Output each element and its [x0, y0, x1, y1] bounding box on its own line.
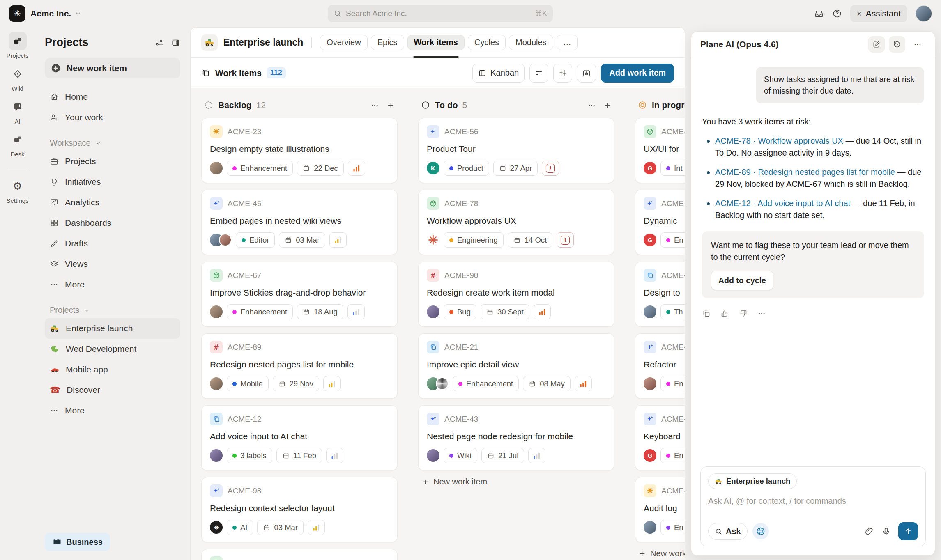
label-pill[interactable]: En — [660, 520, 685, 535]
column-new-work-item-button[interactable]: New work item — [418, 470, 614, 493]
label-pill[interactable]: Mobile — [227, 376, 269, 391]
label-pill[interactable]: Enhancement — [453, 376, 519, 391]
priority-badge-low[interactable] — [326, 448, 343, 463]
label-pill[interactable]: Enhancement — [227, 304, 293, 319]
label-pill[interactable]: Int — [660, 161, 685, 176]
copy-icon[interactable] — [702, 309, 711, 318]
tab-work-items[interactable]: Work items — [407, 28, 465, 57]
work-item-card[interactable]: ACME-43 Nested page node redesign for mo… — [418, 405, 614, 470]
work-item-card[interactable]: ACME-98 Redesign context selector layout… — [201, 477, 398, 542]
work-item-card[interactable]: ☀ ACME- Audit log En — [635, 477, 685, 542]
ai-input-box[interactable]: Enterprise launch Ask AI, @ for context,… — [700, 466, 926, 546]
workspace-section-toggle[interactable]: Workspace — [45, 138, 180, 148]
chat-history-button[interactable] — [889, 36, 905, 53]
priority-badge-medium[interactable] — [329, 232, 347, 248]
tab-modules[interactable]: Modules — [509, 28, 553, 57]
work-item-card[interactable]: ACME-12 Add voice input to AI chat 3 lab… — [201, 405, 398, 470]
work-item-card[interactable]: ACME- Refactor En — [635, 333, 685, 399]
work-item-card[interactable]: ACME-67 Improve Stickies drag-and-drop b… — [201, 262, 398, 327]
priority-badge-low[interactable] — [347, 304, 365, 319]
label-pill[interactable]: Th — [660, 304, 685, 319]
work-item-link[interactable]: ACME-89 · Redesign nested pages list for… — [715, 168, 895, 177]
label-pill[interactable]: En — [660, 232, 685, 248]
sort-button[interactable] — [529, 64, 548, 83]
work-item-card[interactable]: ACME-76 — [201, 549, 398, 560]
label-pill[interactable]: Engineering — [444, 232, 504, 248]
project-item-mobile-app[interactable]: Mobile app — [45, 359, 180, 380]
column-add-icon[interactable] — [603, 101, 612, 110]
tab-epics[interactable]: Epics — [371, 28, 404, 57]
add-to-cycle-button[interactable]: Add to cycle — [711, 271, 773, 290]
new-work-item-button[interactable]: New work item — [45, 58, 180, 78]
thumbs-up-icon[interactable] — [720, 309, 729, 318]
work-item-card[interactable]: ACME-21 Improve epic detail view Enhance… — [418, 333, 614, 399]
priority-badge-low[interactable] — [528, 448, 545, 463]
priority-badge-high[interactable] — [534, 304, 551, 319]
workspace-item-views[interactable]: Views — [45, 254, 180, 274]
sidebar-item-home[interactable]: Home — [45, 87, 180, 107]
rail-item-desk[interactable]: Desk — [2, 131, 34, 158]
thumbs-down-icon[interactable] — [739, 309, 748, 318]
help-icon[interactable] — [832, 9, 842, 18]
user-avatar[interactable] — [916, 5, 932, 22]
tab-overview[interactable]: Overview — [320, 28, 367, 57]
microphone-icon[interactable] — [881, 527, 891, 536]
label-pill[interactable]: Bug — [444, 304, 476, 319]
column-new-work-item-button[interactable]: New work — [635, 542, 685, 560]
priority-badge-high[interactable] — [575, 376, 592, 391]
ask-mode-button[interactable]: Ask — [708, 523, 748, 540]
urgent-priority-badge[interactable]: ! — [542, 161, 559, 176]
plan-badge[interactable]: Business — [45, 533, 110, 551]
label-pill[interactable]: AI — [227, 520, 253, 535]
due-date-pill[interactable]: 27 Apr — [493, 161, 538, 176]
priority-badge-high[interactable] — [348, 161, 365, 176]
project-item-wed-development[interactable]: Wed Development — [45, 339, 180, 359]
label-pill[interactable]: Product — [444, 161, 489, 176]
label-pill[interactable]: 3 labels — [227, 448, 272, 463]
projects-section-toggle[interactable]: Projects — [45, 305, 180, 315]
urgent-priority-badge[interactable]: ! — [557, 232, 574, 248]
work-item-card[interactable]: # ACME-90 Redesign create work item moda… — [418, 262, 614, 327]
work-item-card[interactable]: ACME- Design to Th — [635, 262, 685, 327]
ai-more-button[interactable] — [909, 36, 926, 53]
workspace-item-drafts[interactable]: Drafts — [45, 233, 180, 254]
priority-badge-medium[interactable] — [308, 520, 325, 535]
work-item-card[interactable]: ACME-78 Workflow approvals UX ✳ Engineer… — [418, 190, 614, 255]
layout-switcher-button[interactable]: Kanban — [472, 64, 525, 83]
due-date-pill[interactable]: 30 Sept — [481, 304, 529, 319]
work-item-card[interactable]: ☀ ACME-23 Design empty state illustratio… — [201, 118, 398, 183]
more-actions-icon[interactable] — [757, 309, 766, 318]
workspace-logo[interactable]: ✳ — [9, 5, 25, 22]
priority-badge-medium[interactable] — [323, 376, 341, 391]
workspace-name[interactable]: Acme Inc. — [30, 9, 71, 18]
column-more-icon[interactable] — [587, 101, 596, 110]
search-input[interactable]: Search Acme Inc. ⌘K — [328, 5, 553, 22]
column-add-icon[interactable] — [387, 101, 395, 110]
project-item-enterprise-launch[interactable]: Enterprise launch — [45, 318, 180, 339]
inbox-icon[interactable] — [814, 9, 824, 18]
add-work-item-button[interactable]: Add work item — [601, 64, 674, 83]
due-date-pill[interactable]: 18 Aug — [297, 304, 343, 319]
label-pill[interactable]: Wiki — [444, 448, 477, 463]
web-search-button[interactable] — [752, 523, 769, 539]
tab-…[interactable]: … — [557, 28, 578, 57]
chevron-down-icon[interactable] — [74, 10, 82, 17]
rail-item-settings[interactable]: ⚙ Settings — [2, 177, 34, 204]
label-pill[interactable]: Editor — [236, 232, 275, 248]
workspace-item-initiatives[interactable]: Initiatives — [45, 172, 180, 192]
due-date-pill[interactable]: 08 May — [523, 376, 571, 391]
work-item-link[interactable]: ACME-12 · Add voice input to AI chat — [715, 199, 850, 208]
project-item-more[interactable]: More — [45, 400, 180, 421]
due-date-pill[interactable]: 22 Dec — [297, 161, 344, 176]
context-chip[interactable]: Enterprise launch — [708, 473, 797, 489]
analytics-button[interactable] — [577, 64, 596, 83]
work-item-card[interactable]: ACME-4 Dynamic G En — [635, 190, 685, 255]
work-item-card[interactable]: ACME- Keyboard G En — [635, 405, 685, 470]
new-chat-button[interactable] — [868, 36, 885, 53]
due-date-pill[interactable]: 29 Nov — [273, 376, 320, 391]
due-date-pill[interactable]: 03 Mar — [257, 520, 304, 535]
column-more-icon[interactable] — [370, 101, 379, 110]
attachment-icon[interactable] — [865, 527, 874, 536]
due-date-pill[interactable]: 11 Feb — [276, 448, 322, 463]
due-date-pill[interactable]: 21 Jul — [481, 448, 524, 463]
